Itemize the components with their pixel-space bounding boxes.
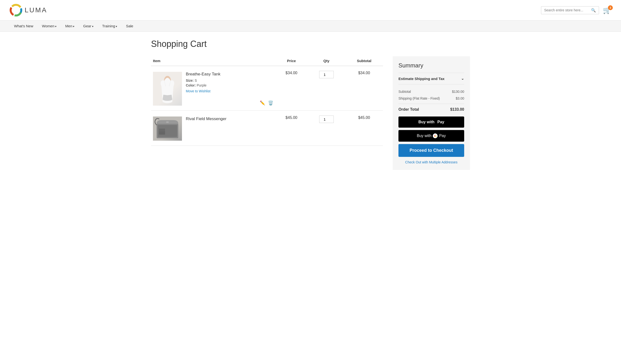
- item-price: $34.00: [275, 66, 307, 111]
- logo-text: LUMA: [25, 6, 47, 14]
- order-total-row: Order Total $133.00: [398, 104, 464, 117]
- item-color: Color: Purple: [186, 83, 273, 87]
- google-pay-button[interactable]: Buy with G Pay: [398, 130, 464, 142]
- cart-main: Item Price Qty Subtotal: [151, 56, 383, 146]
- multi-address-link[interactable]: Check Out with Multiple Addresses: [398, 160, 464, 164]
- svg-rect-9: [166, 121, 169, 123]
- logo: LUMA: [10, 4, 47, 17]
- remove-item-button[interactable]: 🗑️: [268, 100, 273, 106]
- apple-pay-label: Buy with: [418, 120, 434, 124]
- item-qty-input[interactable]: [319, 116, 334, 123]
- cart-count-badge: 3: [608, 5, 613, 10]
- nav-item-women[interactable]: Women: [38, 20, 61, 31]
- nav-item-gear[interactable]: Gear: [79, 20, 98, 31]
- order-total-label: Order Total: [398, 107, 419, 112]
- svg-rect-8: [159, 129, 165, 132]
- page-content: Shopping Cart Item Price Qty Subtotal: [141, 32, 480, 184]
- col-header-price: Price: [275, 56, 307, 66]
- table-row: Breathe-Easy Tank Size: S Color: Purple …: [151, 66, 383, 111]
- luma-logo-icon: [10, 4, 22, 17]
- item-size: Size: S: [186, 79, 273, 82]
- nav-item-whats-new[interactable]: What's New: [10, 20, 38, 31]
- item-qty-cell: [308, 66, 345, 111]
- subtotal-row: Subtotal $130.00: [398, 88, 464, 95]
- estimate-shipping-label: Estimate Shipping and Tax: [398, 77, 445, 81]
- header: LUMA 🔍 🛒 3: [0, 0, 621, 20]
- item-subtotal: $34.00: [345, 66, 383, 111]
- item-details-cell: Rival Field Messenger: [184, 111, 275, 146]
- summary-title: Summary: [398, 62, 464, 69]
- cart-button[interactable]: 🛒 3: [603, 6, 611, 14]
- item-image-cell: [151, 66, 184, 111]
- item-name: Rival Field Messenger: [186, 117, 273, 121]
- item-subtotal: $45.00: [345, 111, 383, 146]
- order-total-value: $133.00: [450, 107, 464, 112]
- estimate-shipping-toggle[interactable]: Estimate Shipping and Tax ⌄: [398, 73, 464, 84]
- nav-item-training[interactable]: Training: [98, 20, 122, 31]
- apple-pay-button[interactable]: Buy with Pay: [398, 117, 464, 128]
- subtotal-value: $130.00: [452, 90, 464, 94]
- google-pay-suffix: Pay: [439, 134, 446, 138]
- header-right: 🔍 🛒 3: [541, 6, 611, 14]
- item-price: $45.00: [275, 111, 307, 146]
- col-header-subtotal: Subtotal: [345, 56, 383, 66]
- page-title: Shopping Cart: [151, 39, 470, 49]
- col-header-item: Item: [151, 56, 275, 66]
- nav-item-sale[interactable]: Sale: [121, 20, 138, 31]
- edit-item-button[interactable]: ✏️: [260, 100, 265, 106]
- shipping-row: Shipping (Flat Rate - Fixed) $3.00: [398, 95, 464, 102]
- search-input[interactable]: [544, 8, 591, 12]
- chevron-down-icon: ⌄: [461, 76, 464, 81]
- item-image: [153, 72, 182, 106]
- search-button[interactable]: 🔍: [591, 8, 596, 13]
- item-qty-cell: [308, 111, 345, 146]
- shipping-value: $3.00: [456, 96, 464, 100]
- google-g-icon: G: [433, 133, 438, 138]
- item-qty-input[interactable]: [319, 71, 334, 78]
- search-box[interactable]: 🔍: [541, 6, 599, 14]
- nav-item-men[interactable]: Men: [61, 20, 79, 31]
- shipping-label: Shipping (Flat Rate - Fixed): [398, 96, 440, 100]
- move-to-wishlist-link[interactable]: Move to Wishlist: [186, 89, 273, 93]
- item-details-cell: Breathe-Easy Tank Size: S Color: Purple …: [184, 66, 275, 111]
- google-pay-label: Buy with: [417, 134, 431, 138]
- col-header-qty: Qty: [308, 56, 345, 66]
- table-row: Rival Field Messenger $45.00 $45.00: [151, 111, 383, 146]
- checkout-button[interactable]: Proceed to Checkout: [398, 144, 464, 157]
- main-nav: What's New Women Men Gear Training Sale: [0, 20, 621, 32]
- item-image-cell: [151, 111, 184, 146]
- apple-pay-suffix: Pay: [437, 120, 444, 124]
- item-image: [153, 117, 182, 141]
- item-name: Breathe-Easy Tank: [186, 72, 273, 77]
- cart-table: Item Price Qty Subtotal: [151, 56, 383, 146]
- item-actions: ✏️ 🗑️: [186, 93, 273, 106]
- cart-layout: Item Price Qty Subtotal: [151, 56, 470, 170]
- order-summary: Summary Estimate Shipping and Tax ⌄ Subt…: [393, 56, 470, 170]
- subtotal-label: Subtotal: [398, 90, 411, 94]
